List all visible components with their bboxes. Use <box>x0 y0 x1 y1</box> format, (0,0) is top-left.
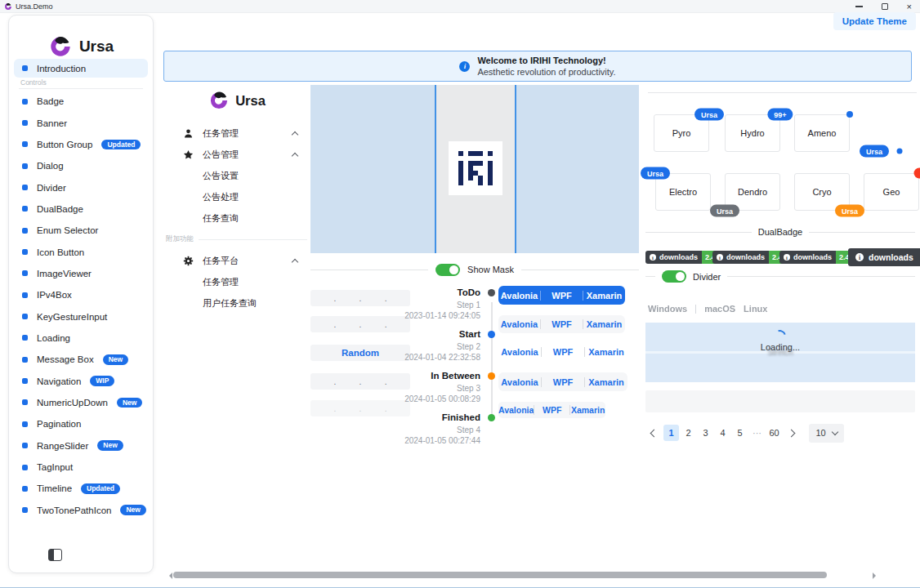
timeline-time: 2023-01-14 09:24:05 <box>384 310 480 321</box>
sidebar-item-timeline[interactable]: TimelineUpdated <box>9 478 153 499</box>
menu-demo-logo-text: Ursa <box>235 93 266 109</box>
button-xamarin[interactable]: Xamarin <box>585 377 627 387</box>
sidebar-item-label: DualBadge <box>37 204 83 214</box>
page-button-1[interactable]: 1 <box>663 425 679 441</box>
page-button-60[interactable]: 60 <box>766 425 782 441</box>
dual-badge-label: downloads <box>793 253 832 261</box>
sidebar-item-dualbadge[interactable]: DualBadge <box>9 198 153 220</box>
sidebar-item-divider[interactable]: Divider <box>9 176 153 198</box>
button-xamarin[interactable]: Xamarin <box>583 291 625 301</box>
sidebar-item-numericupdown[interactable]: NumericUpDownNew <box>9 392 153 413</box>
page-size-select[interactable]: 10 <box>809 424 844 443</box>
sidebar-item-enum-selector[interactable]: Enum Selector <box>9 220 153 241</box>
menu-item-label: 任务管理 <box>203 276 239 288</box>
sidebar-item-imageviewer[interactable]: ImageViewer <box>9 263 153 284</box>
menu-item-公告管理[interactable]: 公告管理 <box>163 144 309 165</box>
sidebar-item-taginput[interactable]: TagInput <box>9 457 153 478</box>
sidebar-item-label: Pagination <box>37 419 81 429</box>
mask-line-left[interactable] <box>435 85 436 253</box>
sidebar-item-label: TagInput <box>37 462 73 472</box>
horizontal-scrollbar-thumb[interactable] <box>173 572 827 578</box>
button-avalonia[interactable]: Avalonia <box>498 377 541 387</box>
sidebar-item-introduction[interactable]: Introduction <box>14 59 148 78</box>
sidebar-item-message-box[interactable]: Message BoxNew <box>9 349 153 370</box>
sidebar-item-icon-button[interactable]: Icon Button <box>9 241 153 262</box>
button-wpf[interactable]: WPF <box>541 291 583 301</box>
menu-item-公告处理[interactable]: 公告处理 <box>163 186 309 207</box>
restore-button[interactable] <box>882 3 888 10</box>
sidebar-item-ipv4box[interactable]: IPv4Box <box>9 284 153 305</box>
sidebar-item-banner[interactable]: Banner <box>9 112 153 133</box>
image-viewer[interactable] <box>310 85 639 253</box>
dot-separator: . <box>360 377 362 386</box>
sidebar-item-rangeslider[interactable]: RangeSliderNew <box>9 435 153 457</box>
page-button-5[interactable]: 5 <box>732 425 748 441</box>
button-wpf[interactable]: WPF <box>542 377 584 387</box>
sidebar-item-label: Badge <box>37 96 64 106</box>
tab-windows[interactable]: Windows <box>648 304 687 314</box>
scroll-right-arrow[interactable] <box>873 572 879 579</box>
sidebar-item-label: Introduction <box>37 64 86 74</box>
badge-host-label: Dendro <box>738 187 767 197</box>
timeline-step: Step 4 <box>384 425 480 435</box>
timeline-item: ToDoStep 12023-01-14 09:24:05 <box>384 287 480 329</box>
menu-item-label: 任务管理 <box>203 127 239 140</box>
update-theme-button[interactable]: Update Theme <box>833 12 916 30</box>
menu-item-任务管理[interactable]: 任务管理 <box>163 271 309 292</box>
sidebar-item-twotonepathicon[interactable]: TwoTonePathIconNew <box>9 500 153 521</box>
os-tabs: WindowsmacOSLinux <box>648 304 767 314</box>
sidebar-item-navigation[interactable]: NavigationWIP <box>9 370 153 391</box>
info-icon: i <box>855 253 864 261</box>
menu-item-label: 公告设置 <box>203 170 239 182</box>
sidebar-collapse-icon[interactable] <box>48 549 62 561</box>
timeline-connector <box>491 302 493 418</box>
show-mask-toggle[interactable] <box>435 264 460 276</box>
menu-item-任务管理[interactable]: 任务管理 <box>163 122 309 144</box>
button-avalonia[interactable]: Avalonia <box>498 347 541 357</box>
sidebar-section-label: Controls <box>20 78 47 87</box>
tab-linux[interactable]: Linux <box>744 304 767 314</box>
sidebar-item-pagination[interactable]: Pagination <box>9 413 153 434</box>
button-avalonia[interactable]: Avalonia <box>498 319 540 329</box>
tab-macos[interactable]: macOS <box>704 304 735 314</box>
close-button[interactable]: × <box>907 2 912 11</box>
minimize-button[interactable] <box>855 6 863 7</box>
dual-badge-left: idownloads <box>712 251 769 264</box>
info-icon: i <box>650 254 656 261</box>
bullet-icon <box>22 120 28 126</box>
irihi-logo-icon <box>458 151 493 185</box>
sidebar-item-button-group[interactable]: Button GroupUpdated <box>9 134 153 155</box>
mask-line-right[interactable] <box>515 85 516 253</box>
window-titlebar[interactable]: Ursa.Demo × <box>0 0 920 13</box>
page-button-4[interactable]: 4 <box>715 425 730 441</box>
scroll-left-arrow[interactable] <box>166 572 172 579</box>
bullet-icon <box>22 421 28 427</box>
button-xamarin[interactable]: Xamarin <box>583 319 625 329</box>
menu-item-用户任务查询[interactable]: 用户任务查询 <box>163 292 309 314</box>
menu-item-任务平台[interactable]: 任务平台 <box>163 250 309 271</box>
divider-toggle[interactable] <box>662 270 686 283</box>
sidebar-item-label: Timeline <box>37 483 72 493</box>
page-button-2[interactable]: 2 <box>681 425 696 441</box>
sidebar-item-label: Button Group <box>37 140 92 149</box>
button-avalonia[interactable]: Avalonia <box>498 405 534 415</box>
prev-page-button[interactable] <box>650 429 659 437</box>
sidebar-item-loading[interactable]: Loading <box>9 327 153 349</box>
button-wpf[interactable]: WPF <box>541 319 583 329</box>
button-group-demo: AvaloniaWPFXamarinAvaloniaWPFXamarinAval… <box>498 286 627 418</box>
menu-item-公告设置[interactable]: 公告设置 <box>163 165 309 186</box>
button-wpf[interactable]: WPF <box>534 405 569 415</box>
sidebar-item-badge[interactable]: Badge <box>9 91 153 112</box>
next-page-button[interactable] <box>788 429 796 437</box>
button-avalonia[interactable]: Avalonia <box>498 291 540 301</box>
button-xamarin[interactable]: Xamarin <box>570 405 605 415</box>
timeline-dot <box>488 331 495 338</box>
timeline-title: Start <box>384 329 480 340</box>
sidebar-item-keygestureinput[interactable]: KeyGestureInput <box>9 305 153 327</box>
page-button-3[interactable]: 3 <box>698 425 713 441</box>
button-xamarin[interactable]: Xamarin <box>585 347 627 357</box>
sidebar-item-dialog[interactable]: Dialog <box>9 155 153 176</box>
menu-item-任务查询[interactable]: 任务查询 <box>163 207 309 229</box>
navigation-menu: 任务管理公告管理公告设置公告处理任务查询附加功能任务平台任务管理用户任务查询 <box>163 122 309 314</box>
button-wpf[interactable]: WPF <box>542 347 584 357</box>
